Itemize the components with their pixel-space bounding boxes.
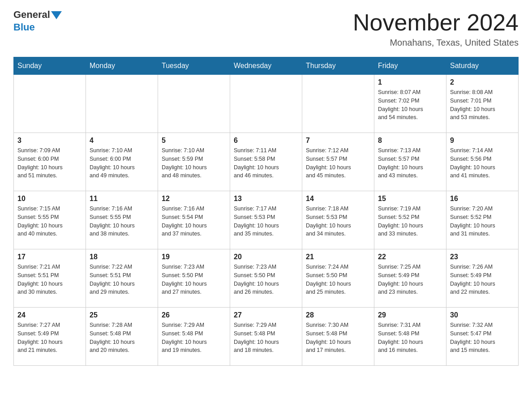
day-info: Sunrise: 7:12 AMSunset: 5:57 PMDaylight:… <box>306 146 370 180</box>
calendar-subtitle: Monahans, Texas, United States <box>353 38 519 48</box>
weekday-header-saturday: Saturday <box>446 57 519 75</box>
calendar-cell: 11Sunrise: 7:16 AMSunset: 5:55 PMDayligh… <box>86 191 158 249</box>
calendar-cell: 27Sunrise: 7:29 AMSunset: 5:48 PMDayligh… <box>230 308 302 366</box>
calendar-cell: 1Sunrise: 8:07 AMSunset: 7:02 PMDaylight… <box>374 75 446 133</box>
calendar-cell: 7Sunrise: 7:12 AMSunset: 5:57 PMDaylight… <box>302 133 374 191</box>
day-number: 26 <box>162 311 226 319</box>
calendar-cell: 20Sunrise: 7:23 AMSunset: 5:50 PMDayligh… <box>230 249 302 308</box>
day-info: Sunrise: 7:10 AMSunset: 6:00 PMDaylight:… <box>90 146 154 180</box>
calendar-cell: 16Sunrise: 7:20 AMSunset: 5:52 PMDayligh… <box>446 191 519 249</box>
day-info: Sunrise: 7:24 AMSunset: 5:50 PMDaylight:… <box>306 263 370 296</box>
logo-arrow-icon <box>51 11 62 19</box>
calendar-cell: 14Sunrise: 7:18 AMSunset: 5:53 PMDayligh… <box>302 191 374 249</box>
calendar-cell: 13Sunrise: 7:17 AMSunset: 5:53 PMDayligh… <box>230 191 302 249</box>
day-number: 6 <box>234 137 298 145</box>
day-number: 19 <box>162 253 226 261</box>
calendar-cell: 25Sunrise: 7:28 AMSunset: 5:48 PMDayligh… <box>86 308 158 366</box>
day-number: 20 <box>234 253 298 261</box>
calendar-cell: 4Sunrise: 7:10 AMSunset: 6:00 PMDaylight… <box>86 133 158 191</box>
calendar-cell: 9Sunrise: 7:14 AMSunset: 5:56 PMDaylight… <box>446 133 519 191</box>
day-number: 21 <box>306 253 370 261</box>
day-number: 25 <box>90 311 154 319</box>
weekday-header-friday: Friday <box>374 57 446 75</box>
day-number: 3 <box>17 137 82 145</box>
calendar-cell: 3Sunrise: 7:09 AMSunset: 6:00 PMDaylight… <box>14 133 86 191</box>
day-number: 17 <box>17 253 82 261</box>
logo-general-text: General <box>13 9 50 21</box>
day-info: Sunrise: 7:17 AMSunset: 5:53 PMDaylight:… <box>234 205 298 238</box>
day-number: 29 <box>378 311 442 319</box>
logo-blue-text: Blue <box>13 21 35 33</box>
day-number: 23 <box>450 253 515 261</box>
calendar-cell: 28Sunrise: 7:30 AMSunset: 5:48 PMDayligh… <box>302 308 374 366</box>
calendar-cell <box>302 75 374 133</box>
day-info: Sunrise: 7:29 AMSunset: 5:48 PMDaylight:… <box>162 321 226 355</box>
week-row-1: 1Sunrise: 8:07 AMSunset: 7:02 PMDaylight… <box>14 75 519 133</box>
day-info: Sunrise: 7:32 AMSunset: 5:47 PMDaylight:… <box>450 321 515 355</box>
calendar-cell <box>86 75 158 133</box>
day-number: 28 <box>306 311 370 319</box>
calendar-cell: 23Sunrise: 7:26 AMSunset: 5:49 PMDayligh… <box>446 249 519 308</box>
calendar-title: November 2024 <box>353 9 519 36</box>
weekday-header-sunday: Sunday <box>14 57 86 75</box>
calendar-cell: 8Sunrise: 7:13 AMSunset: 5:57 PMDaylight… <box>374 133 446 191</box>
weekday-header-wednesday: Wednesday <box>230 57 302 75</box>
calendar-cell <box>158 75 230 133</box>
calendar-cell: 26Sunrise: 7:29 AMSunset: 5:48 PMDayligh… <box>158 308 230 366</box>
day-info: Sunrise: 7:23 AMSunset: 5:50 PMDaylight:… <box>234 263 298 296</box>
week-row-2: 3Sunrise: 7:09 AMSunset: 6:00 PMDaylight… <box>14 133 519 191</box>
day-number: 15 <box>378 195 442 203</box>
day-info: Sunrise: 7:18 AMSunset: 5:53 PMDaylight:… <box>306 205 370 238</box>
day-info: Sunrise: 7:23 AMSunset: 5:50 PMDaylight:… <box>162 263 226 296</box>
calendar-cell: 10Sunrise: 7:15 AMSunset: 5:55 PMDayligh… <box>14 191 86 249</box>
day-number: 30 <box>450 311 515 319</box>
calendar-cell: 2Sunrise: 8:08 AMSunset: 7:01 PMDaylight… <box>446 75 519 133</box>
day-number: 27 <box>234 311 298 319</box>
logo: General Blue <box>13 9 62 33</box>
day-info: Sunrise: 7:19 AMSunset: 5:52 PMDaylight:… <box>378 205 442 238</box>
day-number: 13 <box>234 195 298 203</box>
calendar-cell: 17Sunrise: 7:21 AMSunset: 5:51 PMDayligh… <box>14 249 86 308</box>
day-number: 16 <box>450 195 515 203</box>
week-row-4: 17Sunrise: 7:21 AMSunset: 5:51 PMDayligh… <box>14 249 519 308</box>
weekday-header-thursday: Thursday <box>302 57 374 75</box>
calendar-cell: 19Sunrise: 7:23 AMSunset: 5:50 PMDayligh… <box>158 249 230 308</box>
week-row-3: 10Sunrise: 7:15 AMSunset: 5:55 PMDayligh… <box>14 191 519 249</box>
day-info: Sunrise: 7:15 AMSunset: 5:55 PMDaylight:… <box>17 205 82 238</box>
day-info: Sunrise: 7:11 AMSunset: 5:58 PMDaylight:… <box>234 146 298 180</box>
day-info: Sunrise: 7:16 AMSunset: 5:55 PMDaylight:… <box>90 205 154 238</box>
calendar-table: SundayMondayTuesdayWednesdayThursdayFrid… <box>13 57 519 366</box>
day-number: 24 <box>17 311 82 319</box>
day-info: Sunrise: 7:26 AMSunset: 5:49 PMDaylight:… <box>450 263 515 296</box>
week-row-5: 24Sunrise: 7:27 AMSunset: 5:49 PMDayligh… <box>14 308 519 366</box>
day-info: Sunrise: 7:16 AMSunset: 5:54 PMDaylight:… <box>162 205 226 238</box>
day-info: Sunrise: 7:31 AMSunset: 5:48 PMDaylight:… <box>378 321 442 355</box>
day-info: Sunrise: 7:25 AMSunset: 5:49 PMDaylight:… <box>378 263 442 296</box>
day-info: Sunrise: 7:29 AMSunset: 5:48 PMDaylight:… <box>234 321 298 355</box>
day-info: Sunrise: 7:21 AMSunset: 5:51 PMDaylight:… <box>17 263 82 296</box>
calendar-cell: 6Sunrise: 7:11 AMSunset: 5:58 PMDaylight… <box>230 133 302 191</box>
calendar-cell: 21Sunrise: 7:24 AMSunset: 5:50 PMDayligh… <box>302 249 374 308</box>
weekday-header-row: SundayMondayTuesdayWednesdayThursdayFrid… <box>14 57 519 75</box>
weekday-header-tuesday: Tuesday <box>158 57 230 75</box>
day-info: Sunrise: 7:30 AMSunset: 5:48 PMDaylight:… <box>306 321 370 355</box>
day-number: 14 <box>306 195 370 203</box>
day-info: Sunrise: 7:14 AMSunset: 5:56 PMDaylight:… <box>450 146 515 180</box>
calendar-cell <box>230 75 302 133</box>
day-number: 7 <box>306 137 370 145</box>
title-section: November 2024 Monahans, Texas, United St… <box>353 9 519 48</box>
day-number: 4 <box>90 137 154 145</box>
day-number: 12 <box>162 195 226 203</box>
day-number: 9 <box>450 137 515 145</box>
day-info: Sunrise: 7:22 AMSunset: 5:51 PMDaylight:… <box>90 263 154 296</box>
day-info: Sunrise: 7:13 AMSunset: 5:57 PMDaylight:… <box>378 146 442 180</box>
day-info: Sunrise: 7:09 AMSunset: 6:00 PMDaylight:… <box>17 146 82 180</box>
calendar-cell: 18Sunrise: 7:22 AMSunset: 5:51 PMDayligh… <box>86 249 158 308</box>
day-number: 11 <box>90 195 154 203</box>
page-header: General Blue November 2024 Monahans, Tex… <box>13 9 519 48</box>
day-info: Sunrise: 7:10 AMSunset: 5:59 PMDaylight:… <box>162 146 226 180</box>
calendar-cell: 29Sunrise: 7:31 AMSunset: 5:48 PMDayligh… <box>374 308 446 366</box>
calendar-cell: 24Sunrise: 7:27 AMSunset: 5:49 PMDayligh… <box>14 308 86 366</box>
calendar-cell: 5Sunrise: 7:10 AMSunset: 5:59 PMDaylight… <box>158 133 230 191</box>
calendar-cell: 22Sunrise: 7:25 AMSunset: 5:49 PMDayligh… <box>374 249 446 308</box>
